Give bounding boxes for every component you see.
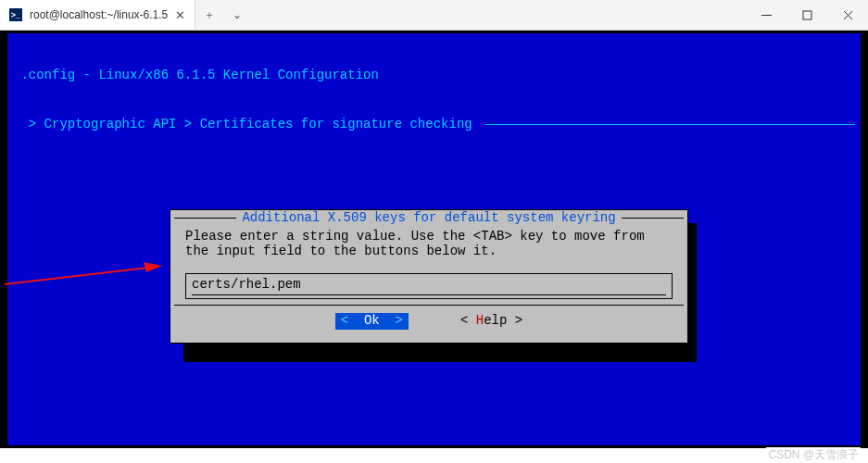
dialog-prompt: Please enter a string value. Use the <TA… [170,227,687,266]
dialog-button-row: < Ok > < Help > [170,306,687,330]
help-button[interactable]: < Help > [460,313,522,330]
watermark: CSDN @天雪浪子 [766,447,861,463]
dialog-rule-right [622,218,684,219]
config-title: .config - Linux/x86 6.1.5 Kernel Configu… [13,68,855,84]
tab-dropdown-icon[interactable]: ⌄ [223,0,251,30]
terminal-header: .config - Linux/x86 6.1.5 Kernel Configu… [7,33,861,165]
tab-close-icon[interactable]: ✕ [175,9,185,21]
dialog-title-row: Additional X.509 keys for default system… [170,210,687,227]
dialog-title: Additional X.509 keys for default system… [236,210,621,227]
maximize-button[interactable] [786,0,827,31]
dialog-input-value: certs/rhel.pem [192,277,666,294]
terminal-area: .config - Linux/x86 6.1.5 Kernel Configu… [0,31,868,448]
ok-button[interactable]: < Ok > [335,313,409,330]
breadcrumb: > Cryptographic API > Certificates for s… [13,117,480,133]
powershell-icon: >_ [9,8,22,21]
input-underline [192,294,666,295]
tab-title: root@localhost:~/linux-6.1.5 [30,8,168,21]
input-dialog: Additional X.509 keys for default system… [170,209,688,344]
new-tab-button[interactable]: ＋ [195,0,223,30]
close-button[interactable] [827,0,868,31]
window-controls [746,0,868,30]
tab-active[interactable]: >_ root@localhost:~/linux-6.1.5 ✕ [0,0,195,30]
terminal-screen: .config - Linux/x86 6.1.5 Kernel Configu… [7,33,861,445]
svg-rect-1 [803,11,811,19]
window-titlebar: >_ root@localhost:~/linux-6.1.5 ✕ ＋ ⌄ [0,0,868,31]
dialog-input-box[interactable]: certs/rhel.pem [185,273,673,300]
minimize-button[interactable] [746,0,786,31]
header-rule [485,124,855,125]
dialog-rule-left [174,218,236,219]
